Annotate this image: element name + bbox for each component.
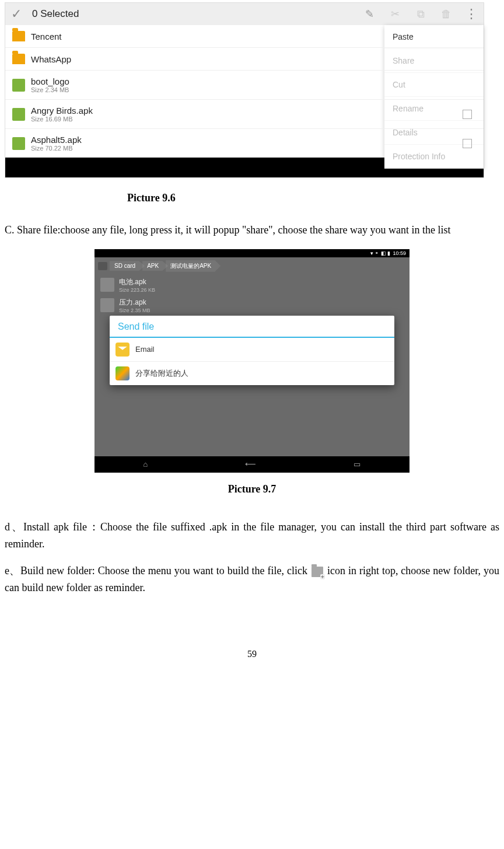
- list-item[interactable]: Angry Birds.apk Size 16.69 MB: [5, 100, 484, 129]
- status-time: 10:59: [393, 250, 406, 256]
- item-size: Size 70.22 MB: [31, 145, 82, 152]
- home-icon[interactable]: ⟵: [245, 460, 256, 469]
- item-name: boot_logo: [31, 76, 69, 86]
- page-number: 59: [5, 649, 499, 659]
- file-icon: [12, 79, 25, 92]
- selection-checkbox[interactable]: [463, 110, 472, 119]
- edit-icon[interactable]: ✎: [361, 8, 377, 20]
- screenshot-9-7: ▾ ⚬ ◧ ▮ 10:59 SD card APK 测试电量的APK 电池.ap…: [94, 249, 410, 473]
- new-folder-icon: [312, 567, 323, 577]
- status-bar: ▾ ⚬ ◧ ▮ 10:59: [94, 249, 410, 257]
- system-nav-bar: ⌂ ⟵ ▭: [94, 456, 410, 473]
- paragraph-e-pre: e、Build new folder: Choose the menu you …: [5, 565, 310, 577]
- nearby-share-icon: [116, 366, 130, 380]
- folder-icon: [12, 54, 25, 64]
- option-label: 分享给附近的人: [135, 368, 188, 379]
- figure-caption-9-6: Picture 9.6: [127, 192, 499, 204]
- item-name: Angry Birds.apk: [31, 106, 93, 116]
- item-name: WhatsApp: [31, 54, 71, 64]
- file-row[interactable]: 压力.apk Size 2.35 MB: [94, 295, 410, 316]
- recents-icon[interactable]: ▭: [354, 460, 360, 469]
- done-icon[interactable]: ✓: [11, 6, 22, 22]
- file-name: 压力.apk: [119, 298, 150, 308]
- delete-icon[interactable]: 🗑: [438, 8, 454, 20]
- selection-toolbar: ✓ 0 Selected ✎ ✂ ⧉ 🗑 ⋮: [5, 3, 484, 25]
- file-icon: [12, 137, 25, 150]
- paragraph-e: e、Build new folder: Choose the menu you …: [5, 562, 499, 596]
- copy-icon[interactable]: ⧉: [412, 8, 429, 20]
- cut-icon[interactable]: ✂: [387, 8, 403, 20]
- item-size: Size 16.69 MB: [31, 116, 93, 123]
- item-name: Asphalt5.apk: [31, 135, 82, 145]
- selection-checkbox[interactable]: [463, 139, 472, 148]
- file-size: Size 2.35 MB: [119, 308, 150, 313]
- selection-count: 0 Selected: [32, 8, 356, 20]
- file-icon: [12, 108, 25, 121]
- figure-caption-9-7: Picture 9.7: [5, 483, 499, 495]
- send-file-dialog: Send file Email 分享给附近的人: [110, 316, 394, 385]
- back-icon[interactable]: ⌂: [144, 460, 148, 469]
- breadcrumb-item[interactable]: APK: [142, 261, 168, 271]
- share-option-nearby[interactable]: 分享给附近的人: [110, 362, 394, 385]
- breadcrumb-bar: SD card APK 测试电量的APK: [94, 257, 410, 275]
- folder-icon: [12, 31, 25, 41]
- file-icon: [100, 278, 114, 292]
- file-list: Tencent WhatsApp boot_logo Size 2.34 MB …: [5, 25, 484, 158]
- item-size: Size 2.34 MB: [31, 86, 69, 93]
- item-name: Tencent: [31, 32, 62, 41]
- paragraph-c: C. Share file:choose any file, long pres…: [5, 222, 499, 239]
- overflow-icon[interactable]: ⋮: [465, 6, 478, 22]
- list-item[interactable]: Tencent: [5, 25, 484, 48]
- dialog-title: Send file: [110, 316, 394, 338]
- breadcrumb-item[interactable]: 测试电量的APK: [166, 260, 220, 272]
- list-item[interactable]: Asphalt5.apk Size 70.22 MB: [5, 129, 484, 158]
- home-icon[interactable]: [98, 262, 107, 270]
- file-name: 电池.apk: [119, 277, 155, 287]
- share-option-email[interactable]: Email: [110, 338, 394, 362]
- file-icon: [100, 298, 114, 312]
- file-row[interactable]: 电池.apk Size 223.26 KB: [94, 275, 410, 295]
- paragraph-d: d、Install apk file：Choose the file suffi…: [5, 519, 499, 553]
- breadcrumb-item[interactable]: SD card: [110, 261, 145, 271]
- option-label: Email: [135, 345, 155, 354]
- screenshot-9-6: ✓ 0 Selected ✎ ✂ ⧉ 🗑 ⋮ Paste Share Cut R…: [5, 2, 484, 178]
- list-item[interactable]: WhatsApp: [5, 48, 484, 71]
- list-item[interactable]: boot_logo Size 2.34 MB: [5, 71, 484, 100]
- email-icon: [116, 343, 130, 357]
- file-size: Size 223.26 KB: [119, 287, 155, 293]
- status-icons: ▾ ⚬ ◧ ▮: [370, 250, 391, 256]
